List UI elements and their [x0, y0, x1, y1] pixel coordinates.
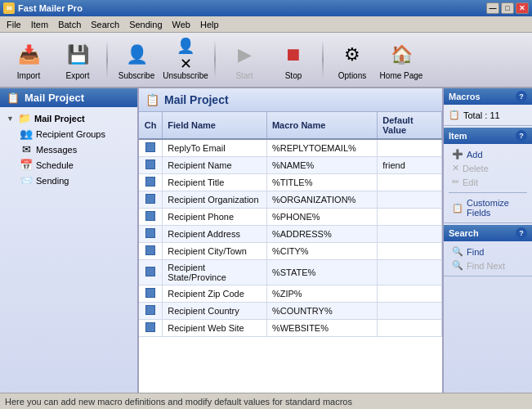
unsubscribe-label: Unsubscribe: [163, 71, 208, 80]
table-row[interactable]: Recipient Phone %PHONE%: [139, 209, 442, 226]
subscribe-button[interactable]: 👤 Subscribe: [114, 37, 159, 83]
row-field: Recipient Country: [163, 303, 267, 320]
tree-item-recipient-groups[interactable]: 👥 Recipient Groups: [16, 126, 134, 142]
export-icon: 💾: [63, 40, 92, 70]
row-default: [378, 320, 442, 337]
tree-item-sending[interactable]: 📨 Sending: [16, 173, 134, 188]
import-icon: 📥: [14, 40, 43, 70]
table-row[interactable]: Recipient Zip Code %ZIP%: [139, 285, 442, 303]
row-macro: %TITLE%: [266, 174, 377, 191]
row-default: [378, 226, 442, 243]
table-row[interactable]: Recipient State/Province %STATE%: [139, 260, 442, 285]
minimize-button[interactable]: —: [486, 2, 499, 14]
menu-web[interactable]: Web: [168, 18, 195, 31]
table-row[interactable]: Recipient Organization %ORGANIZATION%: [139, 191, 442, 209]
row-ch: [139, 191, 163, 209]
subscribe-label: Subscribe: [118, 71, 154, 80]
title-bar-buttons: — □ ✕: [486, 2, 529, 14]
add-icon: ➕: [452, 149, 463, 160]
import-button[interactable]: 📥 Import: [7, 37, 51, 83]
edit-action[interactable]: ✏ Edit: [449, 175, 527, 189]
customize-action[interactable]: 📋 Customize Fields: [449, 196, 527, 219]
table-header-row: Ch Field Name Macro Name Default Value: [139, 112, 442, 139]
delete-icon: ✕: [452, 163, 459, 173]
table-row[interactable]: Recipient Address %ADDRESS%: [139, 226, 442, 243]
homepage-icon: 🏠: [387, 40, 416, 70]
macros-help-button[interactable]: ?: [516, 91, 527, 102]
macros-total-label: Total : 11: [463, 110, 500, 120]
toolbar-separator-3: [322, 40, 324, 79]
close-button[interactable]: ✕: [516, 2, 529, 14]
export-label: Export: [66, 71, 90, 80]
panel-header-title: Mail Project: [25, 92, 84, 104]
row-default: [378, 243, 442, 260]
row-field: Recipient Address: [163, 226, 267, 243]
row-default: [378, 260, 442, 285]
unsubscribe-button[interactable]: 👤✕ Unsubscribe: [163, 37, 208, 83]
row-macro: %NAME%: [266, 157, 377, 174]
find-icon: 🔍: [452, 246, 463, 257]
content-area: 📋 Mail Project Ch Field Name Macro Name …: [139, 88, 442, 393]
row-macro: %COUNTRY%: [266, 303, 377, 320]
table-row[interactable]: Recipient City/Town %CITY%: [139, 243, 442, 260]
start-icon: ▶: [230, 40, 259, 70]
row-field: Recipient Name: [163, 157, 267, 174]
delete-action[interactable]: ✕ Delete: [449, 161, 527, 175]
tree-item-schedule[interactable]: 📅 Schedule: [16, 157, 134, 173]
edit-label: Edit: [463, 178, 478, 187]
row-field: Recipient Title: [163, 174, 267, 191]
macros-total-row: 📋 Total : 11: [449, 108, 527, 122]
search-help-button[interactable]: ?: [516, 227, 527, 239]
tree-item-label: Schedule: [36, 160, 74, 170]
row-ch: [139, 157, 163, 174]
table-row[interactable]: Recipient Web Site %WEBSITE%: [139, 320, 442, 337]
table-row[interactable]: Recipient Title %TITLE%: [139, 174, 442, 191]
row-ch: [139, 260, 163, 285]
table-row[interactable]: Recipient Country %COUNTRY%: [139, 303, 442, 320]
search-section: Search ? 🔍 Find 🔍 Find Next: [444, 225, 532, 276]
options-button[interactable]: ⚙ Options: [330, 37, 374, 83]
find-next-action[interactable]: 🔍 Find Next: [449, 258, 527, 272]
col-ch: Ch: [139, 112, 163, 139]
row-ch: [139, 303, 163, 320]
menu-bar: File Item Batch Search Sending Web Help: [0, 16, 532, 33]
tree-item-messages[interactable]: ✉ Messages: [16, 142, 134, 157]
left-panel: 📋 Mail Project ▼ 📁 Mail Project 👥 Recipi…: [0, 88, 139, 393]
stop-button[interactable]: ⏹ Stop: [271, 37, 315, 83]
menu-file[interactable]: File: [2, 18, 26, 31]
status-text: Here you can add new macro definitions a…: [5, 397, 352, 407]
menu-batch[interactable]: Batch: [53, 18, 86, 31]
col-default: Default Value: [378, 112, 442, 139]
tree-expand-icon: ▼: [7, 115, 15, 123]
find-action[interactable]: 🔍 Find: [449, 245, 527, 258]
export-button[interactable]: 💾 Export: [56, 37, 100, 83]
menu-search[interactable]: Search: [86, 18, 124, 31]
row-macro: %REPLYTOEMAIL%: [266, 139, 377, 157]
menu-help[interactable]: Help: [195, 18, 224, 31]
tree-root[interactable]: ▼ 📁 Mail Project: [3, 110, 134, 126]
table-row[interactable]: Recipient Name %NAME% friend: [139, 157, 442, 174]
main-area: 📋 Mail Project ▼ 📁 Mail Project 👥 Recipi…: [0, 88, 532, 393]
row-ch: [139, 285, 163, 303]
row-ch: [139, 226, 163, 243]
item-help-button[interactable]: ?: [516, 130, 527, 142]
row-default: friend: [378, 157, 442, 174]
start-label: Start: [235, 71, 253, 80]
menu-sending[interactable]: Sending: [124, 18, 167, 31]
menu-item[interactable]: Item: [26, 18, 53, 31]
macros-section: Macros ? 📋 Total : 11: [444, 88, 532, 126]
row-macro: %ADDRESS%: [266, 226, 377, 243]
table-row[interactable]: ReplyTo Email %REPLYTOEMAIL%: [139, 139, 442, 157]
row-field: Recipient Web Site: [163, 320, 267, 337]
maximize-button[interactable]: □: [501, 2, 514, 14]
add-action[interactable]: ➕ Add: [449, 147, 527, 161]
start-button[interactable]: ▶ Start: [222, 37, 266, 83]
homepage-label: Home Page: [380, 71, 423, 80]
homepage-button[interactable]: 🏠 Home Page: [379, 37, 423, 83]
tree-item-label: Messages: [36, 145, 77, 155]
status-bar: Here you can add new macro definitions a…: [0, 393, 532, 409]
row-ch: [139, 243, 163, 260]
customize-icon: 📋: [452, 203, 463, 213]
table-container[interactable]: Ch Field Name Macro Name Default Value R…: [139, 112, 442, 393]
app-icon: ✉: [3, 2, 15, 14]
